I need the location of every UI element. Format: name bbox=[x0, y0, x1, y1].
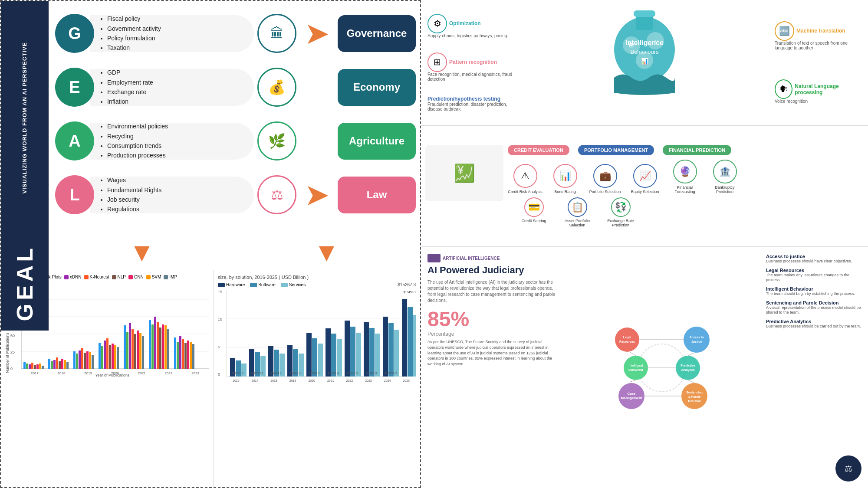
governance-label: Governance bbox=[338, 15, 416, 52]
legend-imp: IMP bbox=[164, 275, 177, 279]
svg-rect-106 bbox=[413, 315, 416, 377]
vertical-title-text: VISUALIZING WORLD FROM AN AI PERSPECTIVE bbox=[21, 42, 29, 194]
prediction-title: Prediction/hypothesis testing bbox=[427, 96, 514, 102]
geal-rows-section: G Fiscal policy Government activity Poli… bbox=[51, 1, 420, 235]
svg-rect-44 bbox=[137, 331, 139, 369]
svg-text:⊞: ⊞ bbox=[629, 42, 634, 49]
svg-rect-36 bbox=[112, 344, 114, 369]
judiciary-section: ARTIFICIAL INTELLIGENCE AI Powered Judic… bbox=[421, 247, 868, 488]
svg-text:Decision: Decision bbox=[688, 400, 700, 403]
svg-rect-98 bbox=[375, 334, 380, 377]
svg-rect-109 bbox=[636, 15, 653, 30]
svg-text:Predictive: Predictive bbox=[681, 364, 695, 367]
svg-text:Access to: Access to bbox=[689, 336, 704, 339]
svg-line-145 bbox=[688, 380, 694, 383]
e-row: E GDP Employment rate Exchange rate Infl… bbox=[55, 63, 416, 111]
intel-diagram-container: Intelligence Behaviours ⊞ ↔ 📊 bbox=[588, 6, 701, 119]
svg-line-142 bbox=[629, 352, 636, 356]
down-arrows-row: ▼ ▼ bbox=[51, 235, 420, 270]
nlp-dot bbox=[112, 275, 116, 279]
financial-diagram: 💹 CREDIT EVALUATION PORTFOLIO MANAGEMENT… bbox=[425, 145, 864, 227]
svg-point-126 bbox=[615, 328, 639, 352]
svg-rect-94 bbox=[356, 333, 361, 377]
svg-rect-46 bbox=[142, 336, 144, 369]
ai-badge-text: ARTIFICIAL INTELLIGENCE bbox=[443, 256, 500, 261]
svg-rect-29 bbox=[89, 352, 91, 369]
l-bullet-1: Wages bbox=[107, 175, 161, 185]
credit-scoring-label: Credit Scoring bbox=[521, 219, 546, 223]
svg-text:$8354.4: $8354.4 bbox=[328, 372, 339, 375]
e-content-bg: GDP Employment rate Exchange rate Inflat… bbox=[90, 69, 254, 106]
svg-rect-97 bbox=[369, 328, 375, 377]
svg-rect-55 bbox=[174, 337, 176, 369]
equity-selection-icon: 📈 bbox=[633, 164, 657, 188]
svm-label: SVM bbox=[152, 275, 161, 279]
svg-rect-100 bbox=[383, 317, 388, 377]
chart2-legend: Hardware Software Services $15267.3 bbox=[218, 282, 416, 287]
judiciary-right-info: Access to justice Business processes sho… bbox=[766, 254, 861, 481]
judiciary-left-info: ARTIFICIAL INTELLIGENCE AI Powered Judic… bbox=[427, 254, 558, 481]
access-justice-desc: Business processes should have clear obj… bbox=[766, 259, 861, 264]
svg-rect-52 bbox=[162, 324, 164, 369]
g-bullet-2: Government activity bbox=[107, 24, 161, 33]
svg-text:Resources: Resources bbox=[619, 340, 635, 343]
exchange-rate-label: Exchange Rate Prediction bbox=[603, 219, 638, 227]
svg-rect-27 bbox=[84, 353, 86, 369]
hardware-label: Hardware bbox=[226, 282, 245, 287]
intel-left-features: ⚙ Optimization Supply chains, logistics … bbox=[427, 7, 514, 118]
l-arrow-right: ➤ bbox=[304, 177, 330, 213]
svg-rect-8 bbox=[26, 364, 28, 369]
geal-label-bar: GEAL bbox=[1, 235, 49, 331]
svg-text:$5324.4: $5324.4 bbox=[270, 372, 281, 375]
svg-rect-21 bbox=[64, 360, 66, 369]
machine-trans-feature: 🔤 Machine translation Translation of tex… bbox=[775, 21, 861, 50]
svg-rect-11 bbox=[34, 365, 36, 369]
g-letter-circle: G bbox=[55, 14, 94, 53]
portfolio-selection-icon: 💼 bbox=[593, 164, 617, 188]
svg-rect-47 bbox=[149, 320, 151, 369]
a-bullet-1: Environmental policies bbox=[107, 121, 168, 131]
chart1-svg bbox=[21, 282, 209, 369]
access-justice-item: Access to justice Business processes sho… bbox=[766, 254, 861, 264]
prediction-bottom-feature: Prediction/hypothesis testing Fraudulent… bbox=[427, 96, 514, 111]
economy-label: Economy bbox=[338, 69, 416, 106]
financial-category-labels: CREDIT EVALUATION PORTFOLIO MANAGEMENT F… bbox=[508, 145, 864, 155]
credit-scoring-item: 💳 Credit Scoring bbox=[516, 197, 551, 227]
svg-text:Behaviour: Behaviour bbox=[628, 368, 644, 371]
svg-rect-96 bbox=[364, 322, 369, 377]
e-letter-circle: E bbox=[55, 68, 94, 107]
svg-rect-89 bbox=[331, 334, 336, 377]
l-bullet-3: Job security bbox=[107, 195, 161, 204]
judiciary-title: AI Powered Judiciary bbox=[427, 265, 558, 276]
credit-risk-label: Credit Risk Analysis bbox=[508, 190, 542, 194]
financial-content: 💹 CREDIT EVALUATION PORTFOLIO MANAGEMENT… bbox=[425, 145, 864, 227]
svg-text:$13458.1: $13458.1 bbox=[403, 291, 416, 294]
services-legend: Services bbox=[281, 282, 306, 287]
geal-acronym: GEAL bbox=[12, 245, 38, 321]
xdnn-label: xDNN bbox=[70, 275, 82, 279]
svg-rect-93 bbox=[350, 327, 355, 377]
svg-rect-19 bbox=[59, 361, 61, 369]
svg-rect-24 bbox=[76, 354, 78, 369]
optimization-icon: ⚙ bbox=[427, 14, 447, 33]
svg-rect-60 bbox=[187, 341, 189, 369]
e-bullet-1: GDP bbox=[107, 68, 153, 77]
a-content-bg: Environmental policies Recycling Consump… bbox=[90, 123, 254, 160]
l-bullet-4: Regulations bbox=[107, 204, 161, 214]
svg-rect-50 bbox=[157, 322, 159, 369]
svg-text:Management: Management bbox=[621, 396, 642, 400]
svg-rect-23 bbox=[73, 351, 76, 369]
l-content-bg: Wages Fundamental Rights Job security Re… bbox=[90, 177, 254, 213]
svg-text:Analytics: Analytics bbox=[681, 368, 694, 372]
legend-nlp: NLP bbox=[112, 275, 126, 279]
svg-rect-42 bbox=[132, 329, 134, 369]
svg-line-143 bbox=[629, 380, 636, 382]
financial-illustration: 💹 bbox=[425, 145, 503, 201]
bond-rating-item: 📊 Bond Rating bbox=[548, 164, 582, 194]
chart1-x-labels: 2017 2018 2019 2020 2021 2022 2023 bbox=[21, 371, 209, 375]
svg-rect-18 bbox=[56, 357, 58, 369]
ai-badge: ARTIFICIAL INTELLIGENCE bbox=[427, 254, 558, 262]
services-dot bbox=[281, 283, 288, 287]
svg-rect-105 bbox=[408, 307, 413, 377]
xdnn-dot bbox=[64, 275, 69, 279]
